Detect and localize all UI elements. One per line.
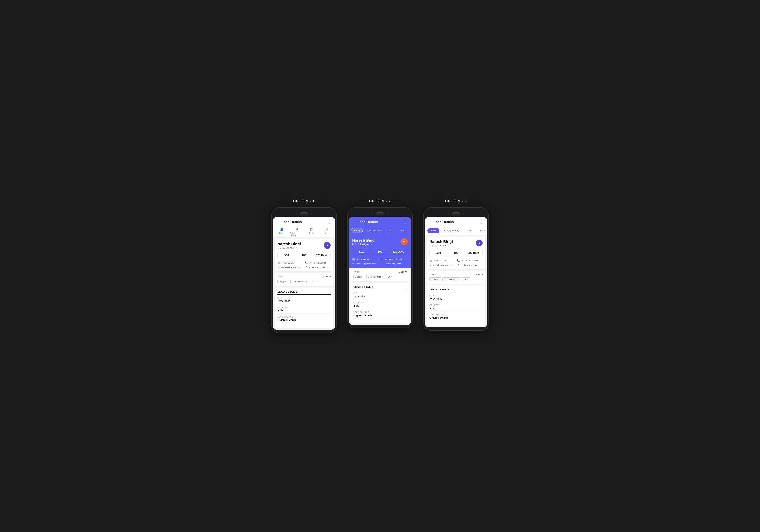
tab-notes-3[interactable]: Notes [477,228,487,233]
tags-section-1: TAGS ADD 🏷 Design × User Interface [275,273,333,286]
lead-source-label-3: LEAD SOURCE [429,314,483,316]
tag-remove-ui-3[interactable]: × [458,278,459,280]
star-badge-3[interactable]: ★ [476,240,483,246]
location-2: 📍 Hyderabad, India [381,262,408,265]
country-field-2: COUNTRY India [354,302,406,309]
tag-remove-ui-2[interactable]: × [382,276,383,278]
add-tag-icon-1: 🏷 [328,275,331,278]
tag-ux-3[interactable]: UX × [462,277,470,281]
tag-remove-design-1[interactable]: × [286,281,287,283]
tag-remove-ui-1[interactable]: × [306,281,307,283]
tab-activity-2[interactable]: Activity History [364,228,384,233]
kebab-menu-1[interactable]: ⋮ [328,219,332,224]
tab-bar-3: About Activity History Tasks Notes [425,226,487,235]
tab-notes-1[interactable]: 📝 Notes [319,226,334,237]
lead-source-value-2: Organic Search [354,314,406,318]
option-3-column: OPTION - 3 ← Lead Details ⋮ Abou [424,199,488,330]
phone-camera-2b [387,213,389,215]
email-2: ✉ naani129@gmail.com [352,262,379,265]
tag-ui-3[interactable]: User Interface × [442,277,461,281]
tasks-icon-1: 📋 [310,228,313,231]
tags-row-3: Design × User Interface × UX × [429,277,483,281]
phone-frame-3: ← Lead Details ⋮ About Activity History … [424,208,488,330]
tag-remove-ux-3[interactable]: × [467,278,468,280]
email-1: ✉ naani129@gmail.com [277,266,303,269]
tag-remove-design-3[interactable]: × [438,278,440,280]
tab-tasks-1[interactable]: 📋 Tasks [304,226,319,237]
contact-info-2: 🏢 Shock Waves 📞 +91 994 535 2904 ✉ naani… [352,258,408,265]
tags-header-3: TAGS ADD 🏷 [429,273,483,275]
profile-name-2: Naresh Bingi [352,238,376,243]
tab-about-1[interactable]: 👤 About [274,226,289,237]
tag-remove-design-2[interactable]: × [362,276,363,278]
tag-remove-ux-1[interactable]: × [315,281,316,283]
add-tag-icon-3: 🏷 [481,273,483,275]
edit-icon-1[interactable]: ✎ [296,247,298,249]
edit-icon-2[interactable]: ✎ [370,243,372,246]
tags-row-2: Design × User Interface × UX × [354,275,406,279]
phone-top-bar-3 [425,211,487,217]
tag-ui-1[interactable]: User Interface × [290,280,309,283]
add-tag-button-3[interactable]: ADD 🏷 [475,273,483,275]
option-2-label: OPTION - 2 [369,199,391,203]
back-button-1[interactable]: ← [276,220,280,224]
profile-name-3: Naresh Bingi [429,240,453,244]
back-button-3[interactable]: ← [428,220,432,224]
phone-camera-1b [311,213,313,215]
lead-source-value-1: Organic Search [277,318,331,323]
stats-row-2: 8/10 100 120 Days [352,248,408,255]
profile-name-1: Naresh Bingi [277,242,301,246]
city-label-1: CITY [277,297,331,299]
tags-section-3: TAGS ADD 🏷 Design × User Interface [427,270,485,284]
lead-source-field-3: LEAD SOURCE Organic Search [429,314,483,321]
phone-frame-1: ← Lead Details ⋮ 👤 About 🖥 Activity Hist… [272,208,336,333]
phone-speaker-2 [376,213,384,215]
edit-icon-3[interactable]: ✎ [448,244,450,247]
stats-row-3: 8/10 100 120 Days [429,249,483,257]
tab-activity-3[interactable]: Activity History [441,228,462,233]
star-badge-2[interactable]: ★ [401,238,408,245]
back-button-2[interactable]: ← [352,220,356,224]
tag-design-2[interactable]: Design × [354,275,365,279]
country-label-3: COUNTRY [429,304,483,306]
stat-days-3: 120 Days [465,250,482,256]
tag-remove-ux-2[interactable]: × [391,276,392,278]
tab-activity-1[interactable]: 🖥 Activity History [289,226,304,237]
stat-count-2: 100 [371,248,389,255]
option-2-column: OPTION - 2 ← Lead Details ⋮ Abou [348,199,412,328]
phone-screen-2: ← Lead Details ⋮ About Activity History … [349,217,411,325]
tab-tasks-2[interactable]: Tasks [385,228,397,233]
tag-ux-2[interactable]: UX × [386,275,394,279]
city-field-1: CITY Hyderabad [277,297,331,304]
location-icon-3: 📍 [457,264,460,266]
email-icon-2: ✉ [352,262,355,265]
company-3: 🏢 Shock Waves [429,259,455,262]
tab-about-2[interactable]: About [351,228,363,233]
add-tag-button-1[interactable]: ADD 🏷 [323,275,331,278]
lead-source-label-1: LEAD SOURCE [277,316,331,318]
add-tag-button-2[interactable]: ADD 🏷 [400,271,406,273]
tab-about-3[interactable]: About [428,228,440,233]
contact-info-3: 🏢 Shock Waves 📞 +91 994 535 2904 ✉ naani… [429,259,483,266]
tag-ui-2[interactable]: User Interface × [366,275,385,279]
email-icon-1: ✉ [277,266,279,269]
profile-header-3: Naresh Bingi UI / UX Designer ✎ ★ [429,240,483,247]
company-icon-1: 🏢 [277,262,280,264]
header-title-2: Lead Details [357,220,378,224]
kebab-menu-2[interactable]: ⋮ [404,219,408,224]
lead-details-section-3: LEAD DETAILS CITY Hyderabad COUNTRY Indi… [427,285,485,326]
tags-section-2: TAGS ADD 🏷 Design × User Interface [351,268,409,281]
tab-tasks-3[interactable]: Tasks [464,228,476,233]
tag-design-1[interactable]: Design × [277,280,289,283]
phone-icon-2: 📞 [381,258,384,261]
star-badge-1[interactable]: ★ [324,242,331,249]
tab-notes-2[interactable]: Notes [398,228,409,233]
notes-icon-1: 📝 [325,228,328,231]
location-3: 📍 Hyderabad, India [457,264,483,266]
email-icon-3: ✉ [429,264,432,266]
tag-ux-1[interactable]: UX × [310,280,318,283]
tags-title-3: TAGS [429,273,436,275]
tag-design-3[interactable]: Design × [429,277,441,281]
kebab-menu-3[interactable]: ⋮ [480,219,484,224]
tags-row-1: Design × User Interface × UX × [277,280,331,283]
